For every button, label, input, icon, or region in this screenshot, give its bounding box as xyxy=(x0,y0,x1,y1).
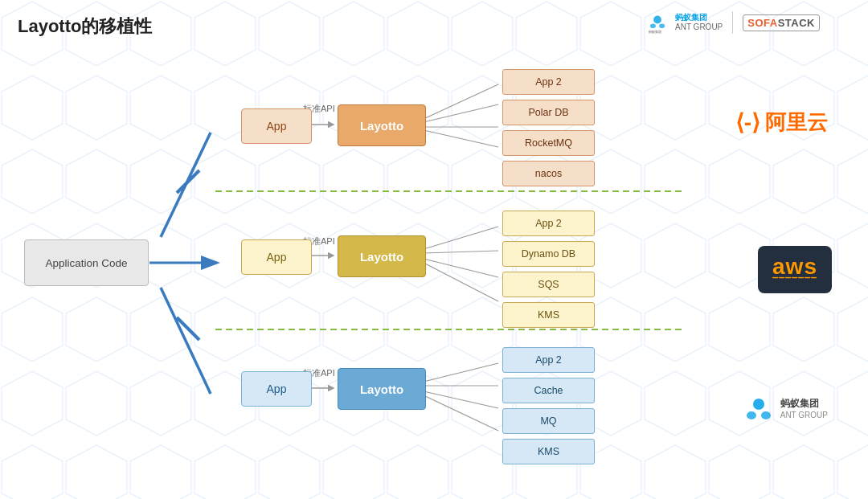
svg-point-28 xyxy=(761,411,771,419)
svg-point-1 xyxy=(650,23,656,28)
aliyun-text: 阿里云 xyxy=(765,108,828,137)
service-box-row1-0: App 2 xyxy=(502,69,595,95)
svg-point-0 xyxy=(653,16,661,24)
logo-area: 蚂蚁集团 蚂蚁集团 ANT GROUP SOFASTACK xyxy=(646,11,820,34)
service-box-row3-2: MQ xyxy=(502,408,595,434)
layotto-box-row3: Layotto xyxy=(338,368,426,410)
service-box-row3-3: KMS xyxy=(502,439,595,464)
aws-logo: aws ▔▔▔▔▔▔▔ xyxy=(758,246,832,293)
service-box-row3-0: App 2 xyxy=(502,347,595,373)
layotto-box-row2: Layotto xyxy=(338,235,426,277)
aws-text: aws xyxy=(772,254,817,280)
services-col-row1: App 2 Polar DB RocketMQ nacos xyxy=(502,69,595,186)
services-col-row2: App 2 Dynamo DB SQS KMS xyxy=(502,211,595,328)
aliyun-logo: ⟨-⟩ 阿里云 xyxy=(735,108,828,137)
service-box-row3-1: Cache xyxy=(502,378,595,403)
service-box-row1-2: RocketMQ xyxy=(502,130,595,156)
ant-group-logo-bottom: 蚂蚁集团 ANT GROUP xyxy=(743,394,828,424)
app-box-row2: App xyxy=(241,239,312,275)
svg-point-2 xyxy=(659,23,665,28)
service-box-row2-1: Dynamo DB xyxy=(502,241,595,267)
app-code-box: Application Code xyxy=(24,239,149,286)
service-box-row1-1: Polar DB xyxy=(502,100,595,125)
ant-group-icon-top: 蚂蚁集团 xyxy=(646,11,669,34)
page-title: Layotto的移植性 xyxy=(18,14,152,39)
sofastack-logo: SOFASTACK xyxy=(743,14,820,31)
svg-point-26 xyxy=(753,399,764,410)
services-col-row3: App 2 Cache MQ KMS xyxy=(502,347,595,464)
svg-text:蚂蚁集团: 蚂蚁集团 xyxy=(649,30,661,34)
ant-icon-bottom xyxy=(743,394,774,424)
app-box-row3: App xyxy=(241,371,312,407)
service-box-row2-2: SQS xyxy=(502,272,595,297)
service-box-row2-0: App 2 xyxy=(502,211,595,236)
svg-point-27 xyxy=(747,411,756,419)
main-container: Layotto的移植性 蚂蚁集团 蚂蚁集团 ANT GROUP SOFASTAC… xyxy=(0,0,868,499)
service-box-row1-3: nacos xyxy=(502,161,595,186)
layotto-box-row1: Layotto xyxy=(338,104,426,146)
app-code-label: Application Code xyxy=(45,257,127,269)
app-box-row1: App xyxy=(241,108,312,144)
service-box-row2-3: KMS xyxy=(502,302,595,328)
